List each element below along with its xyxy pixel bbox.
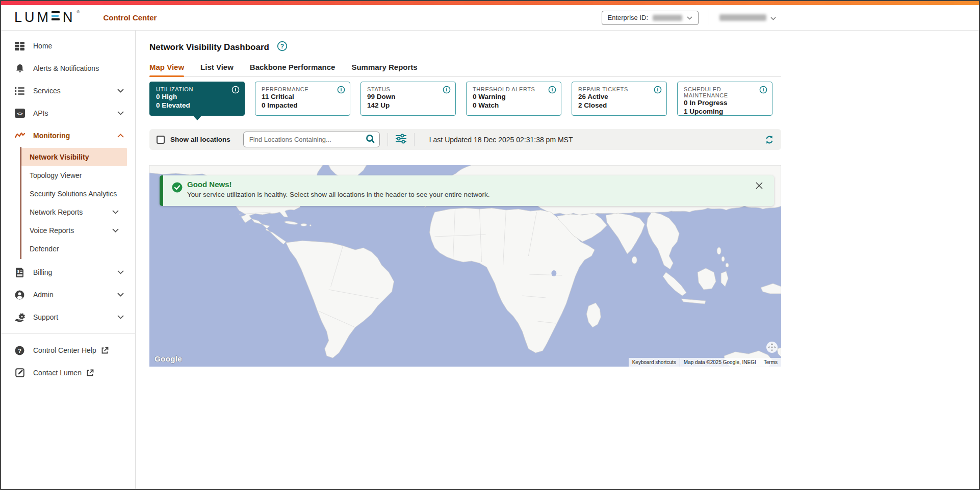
sidebar-label: Contact Lumen [33, 369, 82, 377]
brand-gradient-bar [1, 1, 979, 5]
user-menu[interactable] [719, 13, 776, 22]
card-value: 0 Impacted [262, 101, 344, 110]
banner-title: Good News! [187, 180, 764, 189]
sidebar-item-billing[interactable]: $ Billing [1, 261, 135, 283]
enterprise-id-selector[interactable]: Enterprise ID: [602, 11, 699, 25]
tab-summary-reports[interactable]: Summary Reports [351, 63, 417, 76]
filterbar-divider [414, 133, 415, 146]
card-utilization[interactable]: UTILIZATION 0 High 0 Elevated [149, 82, 245, 116]
enterprise-id-label: Enterprise ID: [608, 14, 648, 21]
page-title: Network Visibility Dashboard [149, 42, 269, 53]
sidebar-label: Home [33, 42, 124, 50]
sidebar-label: Billing [33, 268, 117, 276]
info-icon[interactable] [654, 86, 662, 94]
card-status[interactable]: STATUS 99 Down 142 Up [360, 82, 456, 116]
logo-text-left: LUM [14, 11, 51, 24]
filter-sliders-icon[interactable] [396, 134, 406, 146]
sidebar-item-topology-viewer[interactable]: Topology Viewer [21, 166, 127, 185]
sidebar-item-apis[interactable]: <> APIs [1, 102, 135, 124]
card-label: REPAIR TICKETS [578, 86, 660, 92]
card-value: 0 In Progress [684, 98, 766, 107]
svg-text:$: $ [17, 269, 20, 273]
list-icon [14, 87, 25, 95]
logo-text-right: N [63, 11, 75, 24]
top-header: LUM N ® Control Center Enterprise ID: [1, 5, 979, 31]
card-value: 0 High [156, 92, 238, 101]
sidebar-label: Topology Viewer [30, 171, 82, 179]
support-icon [14, 313, 25, 322]
sidebar-link-control-center-help[interactable]: ? Control Center Help [1, 339, 135, 362]
world-map[interactable]: Good News! Your service utilization is h… [149, 165, 781, 367]
sidebar-nav: Home Alerts & Notifications Services <> … [1, 31, 136, 489]
tab-list-view[interactable]: List View [200, 63, 234, 76]
sidebar-item-network-visibility[interactable]: Network Visibility [21, 148, 127, 166]
sidebar-item-network-reports[interactable]: Network Reports [21, 203, 127, 221]
show-all-locations-label: Show all locations [170, 136, 230, 143]
card-label: UTILIZATION [156, 86, 238, 92]
location-search-box [243, 132, 380, 147]
sidebar-label: Security Solutions Analytics [30, 190, 117, 198]
sidebar-item-voice-reports[interactable]: Voice Reports [21, 221, 127, 240]
chevron-down-icon [112, 228, 119, 233]
info-icon[interactable] [231, 86, 240, 94]
card-threshold-alerts[interactable]: THRESHOLD ALERTS 0 Warning 0 Watch [466, 82, 561, 116]
search-icon[interactable] [366, 134, 375, 145]
edit-icon [14, 368, 25, 377]
sidebar-item-defender[interactable]: Defender [21, 240, 127, 258]
sidebar-label: Admin [33, 291, 117, 299]
refresh-icon[interactable] [765, 135, 774, 144]
tab-backbone-performance[interactable]: Backbone Performance [250, 63, 336, 76]
home-grid-icon [14, 42, 25, 50]
sidebar-item-monitoring[interactable]: Monitoring [1, 124, 135, 147]
logo-letter-e [51, 11, 60, 20]
chevron-down-icon [112, 210, 119, 214]
map-data-text: Map data ©2025 Google, INEGI [680, 358, 760, 367]
sidebar-item-admin[interactable]: Admin [1, 283, 135, 306]
sidebar-item-support[interactable]: Support [1, 306, 135, 328]
info-icon[interactable] [548, 86, 556, 94]
card-value: 0 Elevated [156, 101, 238, 110]
app-name: Control Center [103, 13, 157, 22]
close-icon[interactable] [756, 182, 763, 189]
info-icon[interactable] [337, 86, 345, 94]
app-window: LUM N ® Control Center Enterprise ID: [0, 0, 980, 490]
location-search-input[interactable] [248, 135, 366, 144]
keyboard-shortcuts-link[interactable]: Keyboard shortcuts [629, 358, 680, 367]
view-tabs: Map View List View Backbone Performance … [149, 63, 781, 77]
last-updated-text: Last Updated 18 Dec 2025 02:31:38 pm MST [429, 136, 573, 144]
username-redacted [719, 14, 766, 21]
card-label: STATUS [367, 86, 449, 92]
sidebar-label: Defender [30, 245, 59, 253]
info-icon[interactable] [443, 86, 451, 94]
success-check-icon [172, 182, 183, 195]
chevron-down-icon [117, 315, 124, 319]
tab-map-view[interactable]: Map View [149, 63, 184, 76]
card-value: 26 Active [578, 92, 660, 101]
card-value: 2 Closed [578, 101, 660, 110]
google-logo: Google [154, 354, 182, 363]
map-pan-control-icon[interactable] [766, 341, 778, 355]
question-circle-icon: ? [14, 346, 25, 355]
card-repair-tickets[interactable]: REPAIR TICKETS 26 Active 2 Closed [572, 82, 667, 116]
help-icon[interactable]: ? [277, 41, 288, 54]
card-label: SCHEDULED MAINTENANCE [684, 86, 766, 98]
card-value: 0 Watch [473, 101, 555, 110]
chevron-down-icon [770, 13, 776, 22]
show-all-locations-checkbox[interactable] [157, 136, 165, 144]
sidebar-link-contact-lumen[interactable]: Contact Lumen [1, 362, 135, 384]
card-value: 142 Up [367, 101, 449, 110]
sidebar-item-services[interactable]: Services [1, 80, 135, 102]
external-link-icon [101, 347, 109, 354]
sidebar-item-alerts[interactable]: Alerts & Notifications [1, 57, 135, 80]
card-label: PERFORMANCE [262, 86, 344, 92]
sidebar-label: Alerts & Notifications [33, 64, 124, 72]
card-value: 99 Down [367, 92, 449, 101]
info-icon[interactable] [759, 86, 767, 94]
card-performance[interactable]: PERFORMANCE 11 Critical 0 Impacted [255, 82, 350, 116]
card-value: 1 Upcoming [684, 107, 766, 116]
terms-link[interactable]: Terms [760, 358, 781, 367]
sidebar-item-home[interactable]: Home [1, 35, 135, 57]
sidebar-item-security-solutions-analytics[interactable]: Security Solutions Analytics [21, 185, 127, 203]
card-scheduled-maintenance[interactable]: SCHEDULED MAINTENANCE 0 In Progress 1 Up… [677, 82, 772, 116]
sidebar-label: Network Visibility [30, 153, 89, 161]
